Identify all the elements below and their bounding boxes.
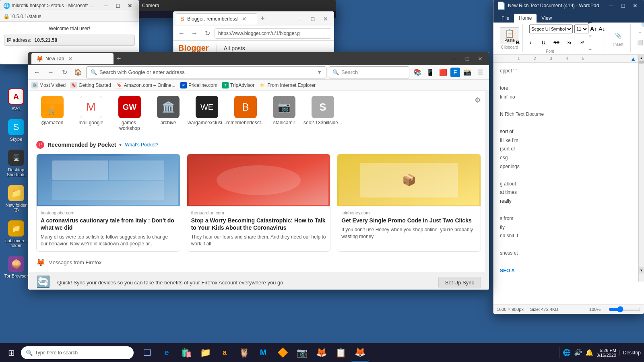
- firefox-search-box[interactable]: 🔍 Search: [329, 66, 409, 78]
- wordpad-insert-object-btn[interactable]: 📎: [613, 30, 624, 41]
- taskbar-speaker-icon[interactable]: 🔊: [574, 349, 582, 356]
- mikrotik-close-btn[interactable]: ✕: [124, 1, 136, 10]
- wordpad-italic-btn[interactable]: I: [525, 37, 537, 48]
- wordpad-tab-view[interactable]: View: [537, 14, 557, 23]
- taskbar-camera-btn[interactable]: 📷: [293, 344, 311, 362]
- blogger-address[interactable]: https://www.blogger.com/u/1/blogger.g: [215, 28, 331, 39]
- taskbar-firefox-btn[interactable]: 🦊: [351, 344, 369, 362]
- wordpad-strikethrough-btn[interactable]: ab: [551, 37, 562, 48]
- whats-pocket-link[interactable]: What's Pocket?: [125, 142, 158, 148]
- wordpad-align-left-btn[interactable]: ≡: [584, 31, 596, 42]
- pocket-card-boston[interactable]: bostonglobe.com A coronavirus cautionary…: [36, 154, 180, 252]
- shortcut-archive[interactable]: 🏛️ archive: [152, 96, 184, 131]
- wordpad-subscript-btn[interactable]: x₂: [564, 37, 575, 48]
- firefox-address-bar[interactable]: 🔍 Search with Google or enter address ▼: [86, 66, 326, 78]
- taskbar-edge-btn[interactable]: e: [158, 344, 175, 362]
- firefox-pocket-btn[interactable]: 🟥: [438, 67, 449, 78]
- taskbar-app2-btn[interactable]: 📋: [332, 344, 349, 362]
- blogger-maximize-btn[interactable]: □: [307, 14, 318, 23]
- pocket-dropdown-btn[interactable]: ▾: [119, 142, 122, 148]
- wordpad-underline-btn[interactable]: U: [538, 37, 549, 48]
- shortcut-stanicamir[interactable]: 📷 stanicamir: [268, 96, 300, 131]
- blogger-tab[interactable]: B Blogger: rememberlessf ✕: [176, 13, 257, 25]
- wordpad-maximize-btn[interactable]: □: [617, 1, 629, 10]
- wordpad-select-all-btn[interactable]: ⬜Select all: [637, 37, 644, 48]
- firefox-menu-btn[interactable]: ☰: [475, 67, 486, 78]
- shortcut-wargame[interactable]: WE wargameexclusi...: [191, 96, 223, 131]
- wordpad-indent-decrease-btn[interactable]: ⇤: [584, 23, 596, 28]
- blogger-close-btn[interactable]: ✕: [320, 14, 331, 23]
- wordpad-font-select[interactable]: Segoe UI Symbol: [529, 25, 573, 33]
- firefox-bookmark-priceline[interactable]: P Priceline.com: [180, 82, 217, 88]
- firefox-maximize-btn[interactable]: □: [462, 54, 473, 63]
- desktop-icon-shortcuts[interactable]: 🖥️ DesktopShortcuts: [2, 150, 30, 177]
- blogger-new-tab-btn[interactable]: +: [260, 14, 265, 23]
- taskbar-malwarebytes-btn[interactable]: M: [254, 344, 272, 362]
- desktop-icon-avg[interactable]: A AVG: [2, 88, 30, 111]
- wordpad-scrollbar-down[interactable]: ▾: [639, 267, 644, 274]
- shortcut-seo[interactable]: S seo2.133hillside...: [307, 96, 339, 131]
- desktop-icon-skype[interactable]: S Skype: [2, 119, 30, 142]
- taskbar-network-icon[interactable]: 🌐: [563, 349, 571, 356]
- shortcut-amazon[interactable]: 🛒 a @amazon: [36, 96, 68, 131]
- firefox-bookmark-amazon[interactable]: 🔖 Amazon.com – Online...: [116, 82, 175, 88]
- firefox-new-tab-btn[interactable]: +: [117, 55, 121, 63]
- taskbar-file-explorer-btn[interactable]: 📁: [196, 344, 214, 362]
- taskbar-amazon-btn[interactable]: a: [216, 344, 233, 362]
- taskbar-notification-icon[interactable]: 🔔: [585, 349, 593, 356]
- taskbar-store-btn[interactable]: 🛍️: [177, 344, 195, 362]
- blogger-reload-btn[interactable]: ↻: [202, 28, 213, 39]
- sync-button[interactable]: Set Up Sync: [438, 277, 481, 288]
- wordpad-tab-file[interactable]: File: [497, 14, 514, 23]
- firefox-container-btn[interactable]: F: [450, 68, 460, 77]
- firefox-tab-close-btn[interactable]: ✕: [68, 56, 73, 62]
- wordpad-scrollbar-up[interactable]: ▴: [639, 55, 644, 61]
- taskbar-tripadvisor-btn[interactable]: 🦉: [235, 344, 253, 362]
- pocket-card-honey[interactable]: 📦 joinhoney.com Get Every Single Promo C…: [337, 154, 481, 252]
- firefox-shortcuts-settings-btn[interactable]: ⚙: [475, 96, 481, 131]
- taskbar-app-btn[interactable]: 🦊: [312, 344, 330, 362]
- mikrotik-minimize-btn[interactable]: ─: [100, 1, 111, 10]
- wordpad-align-center-btn[interactable]: ≡: [584, 43, 596, 55]
- wordpad-bold-btn[interactable]: B: [512, 37, 524, 48]
- shortcut-gmail[interactable]: M mail.google: [75, 96, 107, 131]
- wordpad-text-area[interactable]: eppet ' " tore k in' no N Rich Text Docu…: [493, 63, 644, 304]
- taskbar-desktop-label[interactable]: Desktop: [619, 350, 641, 356]
- wordpad-close-btn[interactable]: ✕: [630, 1, 641, 10]
- desktop-icon-new-folder[interactable]: 📁 New folder(3): [2, 185, 30, 212]
- wordpad-zoom-slider[interactable]: [609, 306, 641, 313]
- wordpad-tab-home[interactable]: Home: [514, 14, 537, 23]
- taskbar-clock[interactable]: 5:26 PM 3/16/2020: [597, 348, 616, 358]
- blogger-back-btn[interactable]: ←: [176, 28, 187, 39]
- taskbar-vlc-btn[interactable]: 🔶: [274, 344, 291, 362]
- firefox-bookmark-internet-explorer[interactable]: 📁 From Internet Explorer: [259, 82, 316, 88]
- wordpad-minimize-btn[interactable]: ─: [605, 1, 617, 10]
- firefox-minimize-btn[interactable]: ─: [449, 54, 460, 63]
- shortcut-blogger[interactable]: B rememeberlessf...: [229, 96, 262, 131]
- firefox-forward-btn[interactable]: →: [45, 67, 56, 78]
- firefox-library-btn[interactable]: 📚: [412, 67, 423, 78]
- firefox-screenshot-btn[interactable]: 📸: [462, 67, 473, 78]
- wordpad-replace-btn[interactable]: ↔Replace: [638, 30, 644, 35]
- wordpad-find-btn[interactable]: 🔍Find: [641, 23, 644, 28]
- mikrotik-maximize-btn[interactable]: □: [112, 1, 124, 10]
- firefox-tab-newtab[interactable]: 🦊 New Tab ✕: [31, 53, 114, 64]
- start-button[interactable]: ⊞: [3, 345, 19, 361]
- firefox-bookmark-tripadvisor[interactable]: T TripAdvisor: [222, 82, 254, 88]
- pocket-card-guardian[interactable]: theguardian.com Stop a Worry Becoming Ca…: [187, 154, 331, 252]
- firefox-bookmark-most-visited[interactable]: ⚙️ Most Visited: [31, 82, 66, 88]
- firefox-close-btn[interactable]: ✕: [475, 54, 486, 63]
- firefox-reload-btn[interactable]: ↻: [59, 67, 70, 78]
- firefox-back-btn[interactable]: ←: [31, 67, 43, 78]
- desktop-icon-tor-browser[interactable]: 🧅 Tor Browser: [2, 256, 30, 278]
- taskbar-task-view-btn[interactable]: ❑: [138, 344, 156, 362]
- firefox-bookmark-getting-started[interactable]: 🔖 Getting Started: [70, 82, 111, 88]
- firefox-synced-tabs-btn[interactable]: 📱: [425, 67, 436, 78]
- desktop-icon-sublimina[interactable]: 📁 'sublimina...folder: [2, 220, 30, 248]
- shortcut-games-workshop[interactable]: GW games-workshop: [114, 96, 146, 131]
- taskbar-search-box[interactable]: 🔍 Type here to search: [21, 346, 134, 359]
- blogger-forward-btn[interactable]: →: [189, 28, 200, 39]
- wordpad-vertical-scrollbar[interactable]: ▾ ▴: [638, 55, 644, 282]
- firefox-scrollbar[interactable]: [485, 91, 489, 290]
- blogger-all-posts[interactable]: All posts: [224, 45, 245, 51]
